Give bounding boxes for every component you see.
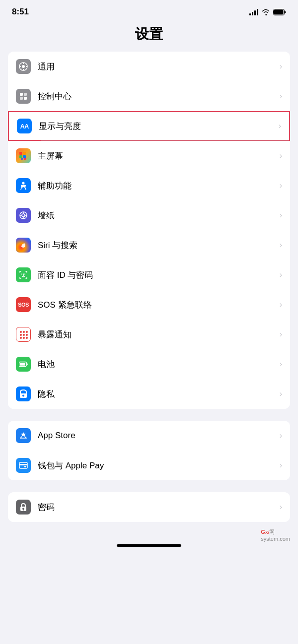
accessibility-label: 辅助功能: [38, 180, 277, 192]
control-center-label: 控制中心: [38, 91, 277, 102]
settings-row-battery[interactable]: 电池 ›: [8, 349, 290, 379]
password-icon: [16, 500, 31, 515]
settings-row-wallpaper[interactable]: 墙纸 ›: [8, 200, 290, 230]
signal-icon: [249, 8, 258, 15]
password-label: 密码: [38, 502, 277, 513]
accessibility-chevron: ›: [280, 181, 282, 190]
watermark: Gx/网 system.com: [261, 528, 290, 542]
settings-row-exposure[interactable]: 暴露通知 ›: [8, 320, 290, 349]
general-label: 通用: [38, 61, 277, 72]
home-indicator: [117, 544, 181, 547]
appstore-chevron: ›: [280, 431, 282, 440]
svg-rect-30: [20, 363, 25, 365]
settings-group-2: App Store › 钱包与 Apple Pay ›: [8, 421, 290, 480]
general-chevron: ›: [280, 62, 282, 71]
homescreen-chevron: ›: [280, 151, 282, 160]
wallpaper-label: 墙纸: [38, 210, 277, 221]
svg-point-18: [22, 182, 25, 185]
svg-rect-1: [274, 9, 284, 14]
appstore-icon: [16, 428, 31, 443]
siri-chevron: ›: [280, 241, 282, 250]
faceid-icon: [16, 267, 31, 282]
faceid-label: 面容 ID 与密码: [38, 269, 277, 281]
wallpaper-chevron: ›: [280, 211, 282, 220]
battery-chevron: ›: [280, 360, 282, 369]
exposure-icon: [16, 327, 31, 342]
settings-row-faceid[interactable]: 面容 ID 与密码 ›: [8, 260, 290, 290]
svg-rect-12: [19, 152, 22, 155]
svg-point-3: [22, 65, 25, 68]
appstore-label: App Store: [38, 431, 277, 441]
settings-row-display[interactable]: AA 显示与亮度 ›: [8, 111, 290, 141]
sos-label: SOS 紧急联络: [38, 299, 277, 311]
display-chevron: ›: [279, 122, 281, 130]
page-title: 设置: [0, 25, 298, 44]
settings-row-accessibility[interactable]: 辅助功能 ›: [8, 171, 290, 200]
wallet-label: 钱包与 Apple Pay: [38, 460, 277, 471]
sos-icon: SOS: [16, 297, 31, 312]
siri-label: Siri 与搜索: [38, 240, 277, 251]
settings-row-homescreen[interactable]: 主屏幕 ›: [8, 141, 290, 171]
settings-row-general[interactable]: 通用 ›: [8, 52, 290, 81]
wallet-icon: [16, 458, 31, 473]
accessibility-icon: [16, 178, 31, 193]
display-icon: AA: [17, 119, 32, 133]
wallet-chevron: ›: [280, 461, 282, 470]
privacy-icon: [16, 386, 31, 401]
privacy-label: 隐私: [38, 388, 277, 400]
svg-rect-10: [20, 97, 23, 100]
settings-row-privacy[interactable]: 隐私 ›: [8, 379, 290, 409]
display-label: 显示与亮度: [39, 121, 276, 132]
svg-rect-35: [24, 466, 26, 467]
battery-row-icon: [16, 357, 31, 372]
svg-rect-8: [20, 93, 23, 96]
password-chevron: ›: [280, 503, 282, 512]
svg-rect-13: [23, 152, 26, 155]
general-icon: [16, 59, 31, 74]
status-bar: 8:51: [0, 0, 298, 21]
settings-row-wallet[interactable]: 钱包与 Apple Pay ›: [8, 451, 290, 480]
svg-rect-17: [24, 158, 26, 160]
wallpaper-icon: [16, 208, 31, 223]
page-title-bar: 设置: [0, 21, 298, 52]
exposure-chevron: ›: [280, 330, 282, 339]
svg-line-19: [21, 188, 21, 190]
battery-status-icon: [273, 9, 286, 15]
settings-row-siri[interactable]: Siri 与搜索 ›: [8, 230, 290, 260]
settings-group-1: 通用 › 控制中心 › AA 显示与亮度 ›: [8, 52, 290, 409]
status-icons: [249, 8, 286, 15]
svg-point-32: [22, 395, 24, 397]
faceid-chevron: ›: [280, 270, 282, 279]
siri-icon: [16, 238, 31, 253]
svg-rect-11: [24, 97, 27, 100]
sos-chevron: ›: [280, 300, 282, 309]
control-center-icon: [16, 89, 31, 104]
settings-row-password[interactable]: 密码 ›: [8, 492, 290, 522]
svg-point-37: [22, 508, 24, 510]
exposure-label: 暴露通知: [38, 329, 277, 340]
status-time: 8:51: [12, 7, 29, 17]
svg-point-22: [22, 214, 25, 217]
privacy-chevron: ›: [280, 389, 282, 398]
settings-row-sos[interactable]: SOS SOS 紧急联络 ›: [8, 290, 290, 320]
settings-row-appstore[interactable]: App Store ›: [8, 421, 290, 451]
homescreen-icon: [16, 148, 31, 163]
wifi-icon: [261, 8, 270, 15]
svg-rect-9: [24, 93, 27, 96]
control-center-chevron: ›: [280, 92, 282, 101]
svg-rect-16: [21, 158, 23, 160]
svg-line-20: [25, 188, 26, 190]
battery-label: 电池: [38, 359, 277, 370]
homescreen-label: 主屏幕: [38, 150, 277, 162]
svg-rect-34: [19, 464, 27, 465]
settings-group-3: 密码 ›: [8, 492, 290, 522]
settings-row-control-center[interactable]: 控制中心 ›: [8, 81, 290, 111]
